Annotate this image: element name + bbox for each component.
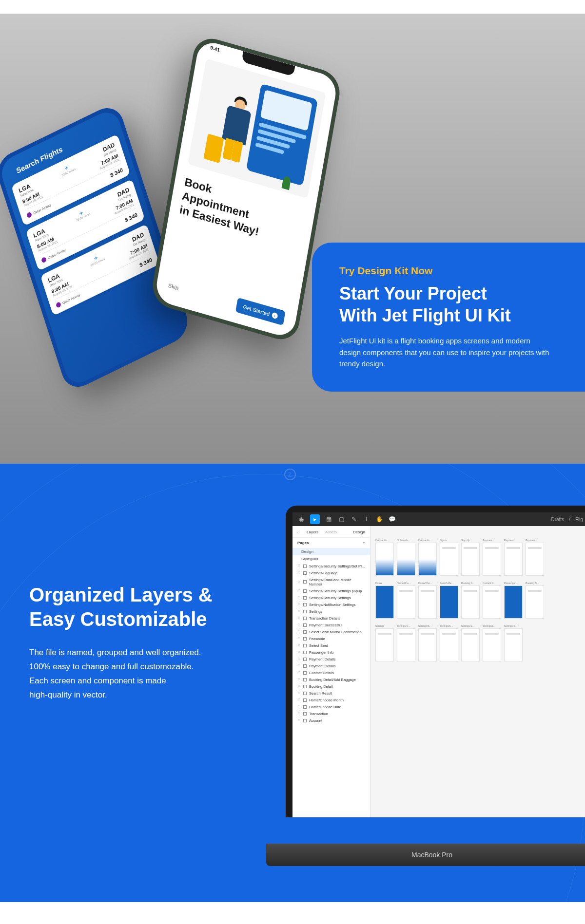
onboarding-illustration (188, 58, 326, 198)
frame-label: Booking D... (461, 582, 474, 585)
status-time: 9:41 (210, 45, 220, 53)
figma-frame[interactable] (375, 585, 394, 619)
frame-label: Payment (504, 539, 514, 542)
watermark: Z (284, 469, 301, 480)
drafts-label[interactable]: Drafts (551, 517, 564, 522)
frame-label: Contact D... (483, 582, 495, 585)
figma-frame[interactable] (526, 543, 544, 576)
figma-canvas[interactable]: Onboardin...Onboardin...Onboardin...Sign… (370, 526, 585, 817)
frame-label: Settings/S... (440, 624, 453, 627)
layer-item[interactable]: ⠿Settings/Email and Mobile Number (292, 576, 370, 587)
layer-item[interactable]: ⠿Payment Details (292, 656, 370, 662)
figma-frame[interactable] (461, 585, 480, 619)
shape-tool-icon[interactable]: ▢ (337, 515, 345, 523)
figma-frame[interactable] (397, 543, 415, 576)
frame-label: Payment ... (526, 539, 538, 542)
laptop-brand: MacBook Pro (411, 851, 452, 859)
figma-frame[interactable] (483, 543, 501, 576)
frame-label: Settings/L... (483, 624, 495, 627)
page-dropdown[interactable]: Design (353, 530, 365, 534)
search-icon[interactable]: ⌕ (297, 530, 300, 534)
comment-tool-icon[interactable]: 💬 (388, 515, 396, 523)
figma-frame[interactable] (440, 628, 458, 661)
frame-label: Onboardin... (397, 539, 410, 542)
cta-panel: Try Design Kit Now Start Your ProjectWit… (312, 243, 585, 392)
figma-frame[interactable] (418, 543, 437, 576)
figma-frame[interactable] (504, 543, 523, 576)
figma-frame[interactable] (397, 628, 415, 661)
file-name[interactable]: Flig (575, 517, 583, 522)
section-body: The file is named, grouped and well orga… (29, 646, 213, 702)
laptop-mockup: ◉ ▸ ▦ ▢ ✎ T ✋ 💬 Drafts / Flig ⌕ (286, 506, 585, 866)
frame-label: Home/Cho... (418, 582, 432, 585)
layers-tab[interactable]: Layers (307, 530, 318, 534)
page-item[interactable]: Design (292, 548, 370, 555)
cta-eyebrow: Try Design Kit Now (339, 265, 566, 277)
figma-frame[interactable] (504, 628, 523, 661)
layer-item[interactable]: ⠿Transaction (292, 710, 370, 717)
figma-frame[interactable] (418, 628, 437, 661)
figma-frame[interactable] (418, 585, 437, 619)
frame-label: Onboardin... (418, 539, 432, 542)
layer-item[interactable]: ⠿Payment Successful (292, 622, 370, 628)
layer-item[interactable]: ⠿Settings/Laguage (292, 569, 370, 576)
frame-label: Sign Up (461, 539, 470, 542)
figma-frame[interactable] (483, 585, 501, 619)
figma-frame[interactable] (461, 543, 480, 576)
get-started-button[interactable]: Get Started › (235, 298, 286, 326)
frame-label: Settings/E... (461, 624, 474, 627)
assets-tab[interactable]: Assets (325, 530, 337, 534)
layer-item[interactable]: ⠿Settings/Security Settings (292, 594, 370, 601)
layer-item[interactable]: ⠿Booking Detail (292, 683, 370, 690)
layer-item[interactable]: ⠿Settings/Security Settings popup (292, 587, 370, 594)
hand-tool-icon[interactable]: ✋ (375, 515, 383, 523)
frame-label: Sign in (440, 539, 447, 542)
layer-item[interactable]: ⠿Settings (292, 608, 370, 615)
figma-layers-panel: ⌕ Layers Assets Design Pages+ Design Sty… (292, 526, 370, 817)
skip-button[interactable]: Skip (168, 282, 179, 291)
figma-frame[interactable] (440, 543, 458, 576)
layer-item[interactable]: ⠿Settings/Security Settings/Set PI... (292, 563, 370, 569)
cta-body: JetFlight Ui kit is a flight booking app… (339, 335, 554, 369)
figma-frame[interactable] (526, 585, 544, 619)
layer-item[interactable]: ⠿Settings/Notification Settings (292, 601, 370, 608)
figma-frame[interactable] (375, 628, 394, 661)
layer-item[interactable]: ⠿Transaction Details (292, 615, 370, 622)
frame-label: Settings (375, 624, 384, 627)
pen-tool-icon[interactable]: ✎ (350, 515, 358, 523)
figma-frame[interactable] (375, 543, 394, 576)
add-page-icon[interactable]: + (363, 541, 365, 545)
frame-label: Home/Cho... (397, 582, 410, 585)
layer-item[interactable]: ⠿Select Seat (292, 642, 370, 649)
layer-item[interactable]: ⠿Search Result (292, 690, 370, 697)
layer-item[interactable]: ⠿Payment Details (292, 662, 370, 669)
page-item[interactable]: Styleguild (292, 555, 370, 563)
text-tool-icon[interactable]: T (363, 515, 370, 523)
layer-item[interactable]: ⠿Home/Choose Date (292, 703, 370, 710)
layer-item[interactable]: ⠿Home/Choose Month (292, 697, 370, 703)
frame-label: Search Re... (440, 582, 453, 585)
frame-label: Home (375, 582, 382, 585)
frame-tool-icon[interactable]: ▦ (325, 515, 332, 523)
watermark-badge-icon: Z (284, 469, 296, 480)
layer-item[interactable]: ⠿Contact Details (292, 669, 370, 676)
layer-item[interactable]: ⠿Passcode (292, 635, 370, 642)
frame-label: Payment ... (483, 539, 495, 542)
cta-title: Start Your ProjectWith Jet Flight UI Kit (339, 283, 566, 326)
layer-item[interactable]: ⠿Select Seat/ Modal Confirmation (292, 628, 370, 635)
move-tool-icon[interactable]: ▸ (310, 514, 320, 524)
figma-frame[interactable] (461, 628, 480, 661)
layer-item[interactable]: ⠿Passenger Info (292, 649, 370, 656)
frame-label: Settings/N... (397, 624, 410, 627)
figma-frame[interactable] (504, 585, 523, 619)
figma-frame[interactable] (483, 628, 501, 661)
section-title: Organized Layers &Easy Customizable (29, 583, 213, 631)
layer-item[interactable]: ⠿Booking Detail/Add Baggage (292, 676, 370, 683)
organized-section: Z Organized Layers &Easy Customizable Th… (0, 464, 585, 902)
figma-frame[interactable] (397, 585, 415, 619)
layer-item[interactable]: ⠿Account (292, 717, 370, 724)
frame-label: Booking S... (526, 582, 539, 585)
pages-heading: Pages (297, 541, 309, 545)
figma-logo-icon[interactable]: ◉ (297, 515, 305, 523)
figma-frame[interactable] (440, 585, 458, 619)
